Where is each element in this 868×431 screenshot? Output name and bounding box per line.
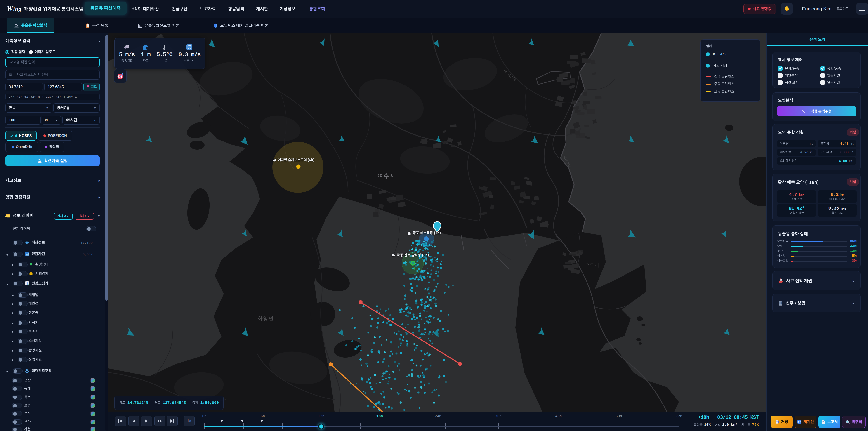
svg-text:$: $ xyxy=(31,273,32,275)
